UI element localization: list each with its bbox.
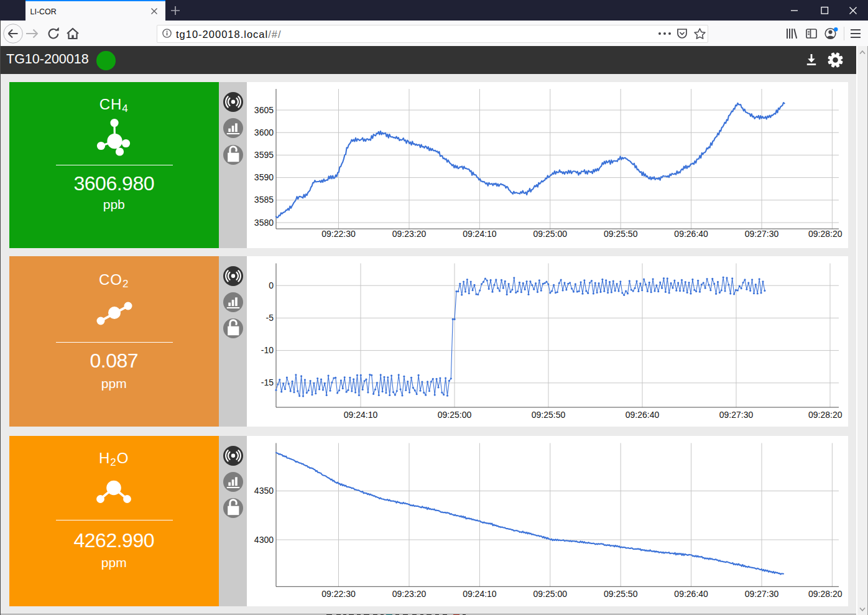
svg-text:09:25:00: 09:25:00 xyxy=(533,229,568,239)
svg-text:09:23:20: 09:23:20 xyxy=(392,229,427,239)
svg-text:09:28:20: 09:28:20 xyxy=(808,588,843,598)
svg-text:09:24:10: 09:24:10 xyxy=(344,410,378,420)
svg-text:-10: -10 xyxy=(261,345,274,355)
svg-text:4350: 4350 xyxy=(254,486,274,496)
svg-text:-5: -5 xyxy=(266,312,274,322)
svg-text:3590: 3590 xyxy=(254,172,274,182)
svg-text:09:25:50: 09:25:50 xyxy=(532,410,566,420)
svg-text:3605: 3605 xyxy=(254,105,274,115)
svg-text:09:28:20: 09:28:20 xyxy=(808,410,843,420)
svg-text:3580: 3580 xyxy=(254,218,274,228)
svg-text:09:27:30: 09:27:30 xyxy=(719,410,754,420)
svg-text:09:25:00: 09:25:00 xyxy=(438,410,472,420)
svg-text:09:22:30: 09:22:30 xyxy=(321,229,356,239)
svg-text:09:23:20: 09:23:20 xyxy=(392,588,427,598)
svg-text:09:24:10: 09:24:10 xyxy=(463,588,497,598)
svg-text:3585: 3585 xyxy=(254,195,274,205)
svg-text:-15: -15 xyxy=(261,377,274,387)
svg-text:3600: 3600 xyxy=(254,127,274,137)
svg-text:0: 0 xyxy=(269,280,274,290)
svg-text:4300: 4300 xyxy=(254,534,274,544)
svg-text:3595: 3595 xyxy=(254,150,274,160)
svg-text:09:27:30: 09:27:30 xyxy=(745,588,779,598)
svg-text:09:26:40: 09:26:40 xyxy=(674,588,708,598)
svg-text:09:24:10: 09:24:10 xyxy=(463,229,497,239)
svg-text:09:25:50: 09:25:50 xyxy=(604,588,638,598)
svg-text:09:22:30: 09:22:30 xyxy=(321,588,356,598)
svg-text:09:25:50: 09:25:50 xyxy=(604,229,638,239)
svg-text:09:27:30: 09:27:30 xyxy=(745,229,779,239)
svg-text:09:28:20: 09:28:20 xyxy=(808,229,843,239)
svg-text:09:26:40: 09:26:40 xyxy=(626,410,660,420)
svg-text:09:25:00: 09:25:00 xyxy=(533,588,568,598)
svg-text:09:26:40: 09:26:40 xyxy=(674,229,708,239)
